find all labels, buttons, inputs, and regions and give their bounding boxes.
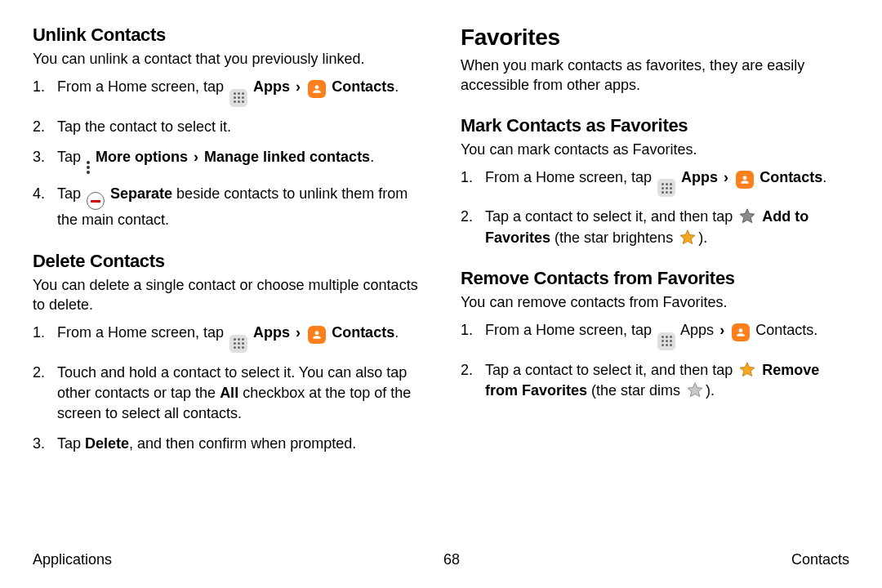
apps-icon bbox=[229, 335, 247, 353]
text: Tap a contact to select it, and then tap bbox=[485, 208, 737, 225]
favorites-heading: Favorites bbox=[461, 24, 849, 51]
contacts-icon bbox=[308, 80, 326, 98]
list-item: Tap the contact to select it. bbox=[33, 117, 421, 137]
footer: Applications 68 Contacts bbox=[33, 551, 849, 568]
star-filled-icon bbox=[679, 229, 697, 247]
apps-icon bbox=[229, 89, 247, 107]
contacts-label: Contacts bbox=[760, 169, 822, 185]
star-outline-icon bbox=[738, 207, 756, 225]
chevron-right-icon: › bbox=[296, 324, 301, 341]
text: From a Home screen, tap bbox=[57, 78, 228, 95]
text: From a Home screen, tap bbox=[485, 169, 656, 185]
list-item: Tap Delete, and then confirm when prompt… bbox=[33, 434, 421, 454]
contacts-icon bbox=[732, 323, 750, 341]
more-options-icon bbox=[87, 161, 90, 174]
list-item: Touch and hold a contact to select it. Y… bbox=[33, 363, 421, 425]
list-item: Tap Separate beside contacts to unlink t… bbox=[33, 184, 421, 231]
remove-heading: Remove Contacts from Favorites bbox=[461, 268, 849, 289]
all-label: All bbox=[220, 385, 238, 401]
chevron-right-icon: › bbox=[719, 322, 724, 338]
star-outline-icon bbox=[686, 381, 704, 399]
list-item: From a Home screen, tap Apps › Contacts. bbox=[33, 77, 421, 107]
apps-label: Apps bbox=[680, 322, 714, 338]
text: Tap bbox=[57, 435, 85, 452]
unlink-heading: Unlink Contacts bbox=[33, 24, 421, 46]
unlink-steps: From a Home screen, tap Apps › Contacts.… bbox=[33, 77, 421, 230]
delete-heading: Delete Contacts bbox=[33, 251, 421, 272]
delete-lede: You can delete a single contact or choos… bbox=[33, 275, 421, 315]
contacts-icon bbox=[308, 326, 326, 344]
text: Tap bbox=[57, 185, 85, 202]
text: Tap bbox=[57, 149, 85, 165]
chevron-right-icon: › bbox=[724, 169, 728, 185]
text: (the star dims bbox=[591, 382, 684, 399]
text: ). bbox=[706, 382, 715, 399]
remove-lede: You can remove contacts from Favorites. bbox=[461, 292, 849, 312]
apps-label: Apps bbox=[253, 78, 290, 95]
footer-left: Applications bbox=[33, 551, 112, 568]
remove-steps: From a Home screen, tap Apps › Contacts.… bbox=[461, 320, 849, 401]
footer-page: 68 bbox=[443, 551, 460, 568]
favorites-lede: When you mark contacts as favorites, the… bbox=[461, 56, 849, 96]
chevron-right-icon: › bbox=[296, 78, 301, 95]
list-item: Tap a contact to select it, and then tap… bbox=[461, 360, 849, 401]
contacts-label: Contacts bbox=[332, 324, 394, 341]
apps-icon bbox=[657, 179, 675, 197]
delete-steps: From a Home screen, tap Apps › Contacts.… bbox=[33, 323, 421, 454]
contacts-icon bbox=[736, 171, 754, 189]
contacts-label: Contacts bbox=[332, 78, 394, 95]
list-item: Tap a contact to select it, and then tap… bbox=[461, 207, 849, 247]
separate-icon bbox=[87, 192, 105, 210]
separate-label: Separate bbox=[110, 185, 172, 202]
text: Tap a contact to select it, and then tap bbox=[485, 362, 737, 378]
apps-label: Apps bbox=[681, 169, 718, 185]
left-column: Unlink Contacts You can unlink a contact… bbox=[33, 24, 421, 547]
list-item: Tap More options › Manage linked contact… bbox=[33, 147, 421, 174]
more-options-label: More options bbox=[96, 149, 188, 165]
apps-label: Apps bbox=[253, 324, 290, 341]
text: (the star brightens bbox=[555, 229, 677, 246]
apps-icon bbox=[657, 332, 675, 350]
text: From a Home screen, tap bbox=[57, 324, 228, 341]
text: From a Home screen, tap bbox=[485, 322, 656, 338]
list-item: From a Home screen, tap Apps › Contacts. bbox=[461, 167, 849, 198]
mark-heading: Mark Contacts as Favorites bbox=[461, 115, 849, 136]
list-item: From a Home screen, tap Apps › Contacts. bbox=[461, 320, 849, 350]
list-item: From a Home screen, tap Apps › Contacts. bbox=[33, 323, 421, 353]
star-filled-icon bbox=[738, 361, 756, 379]
manage-linked-label: Manage linked contacts bbox=[204, 149, 370, 165]
contacts-label: Contacts bbox=[755, 322, 813, 338]
chevron-right-icon: › bbox=[194, 149, 198, 165]
delete-label: Delete bbox=[85, 435, 129, 452]
footer-right: Contacts bbox=[791, 551, 849, 568]
mark-lede: You can mark contacts as Favorites. bbox=[461, 140, 849, 159]
mark-steps: From a Home screen, tap Apps › Contacts.… bbox=[461, 167, 849, 248]
text: , and then confirm when prompted. bbox=[129, 435, 356, 452]
text: ). bbox=[698, 229, 707, 246]
unlink-lede: You can unlink a contact that you previo… bbox=[33, 49, 421, 69]
right-column: Favorites When you mark contacts as favo… bbox=[461, 24, 849, 547]
